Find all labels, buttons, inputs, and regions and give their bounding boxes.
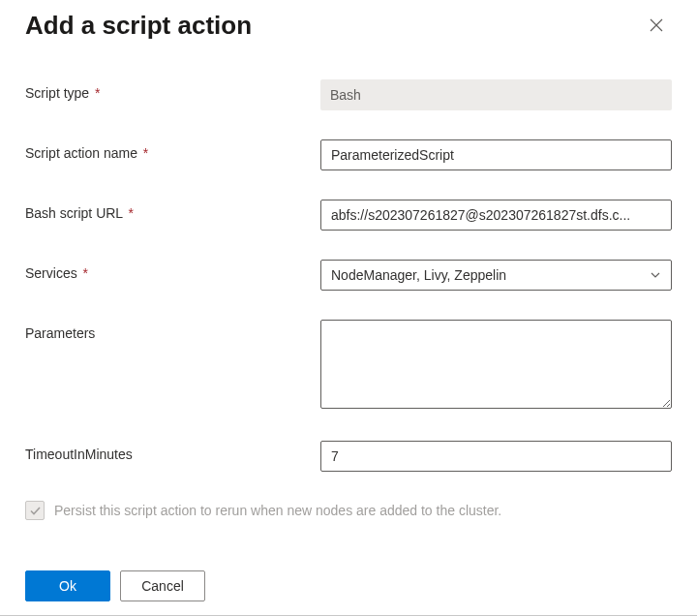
label-timeout: TimeoutInMinutes: [25, 441, 320, 462]
panel-title: Add a script action: [25, 11, 252, 41]
field-script-action-name: Script action name *: [25, 139, 672, 170]
label-script-action-name: Script action name *: [25, 139, 320, 161]
required-marker: *: [129, 205, 134, 221]
footer: Ok Cancel: [25, 570, 672, 615]
required-marker: *: [143, 145, 148, 161]
chevron-down-icon: [650, 269, 661, 281]
label-text: TimeoutInMinutes: [25, 447, 133, 462]
field-services: Services * NodeManager, Livy, Zeppelin: [25, 260, 672, 291]
label-text: Script action name: [25, 145, 137, 161]
timeout-input[interactable]: [320, 441, 672, 472]
label-bash-script-url: Bash script URL *: [25, 200, 320, 221]
label-script-type: Script type *: [25, 79, 320, 101]
field-timeout: TimeoutInMinutes: [25, 441, 672, 472]
script-action-name-input[interactable]: [320, 139, 672, 170]
label-text: Services: [25, 265, 77, 281]
field-bash-script-url: Bash script URL *: [25, 200, 672, 231]
services-dropdown[interactable]: NodeManager, Livy, Zeppelin: [320, 260, 672, 291]
form-area: Script type * Bash Script action name * …: [25, 79, 672, 570]
persist-label: Persist this script action to rerun when…: [54, 503, 501, 518]
persist-checkbox: [25, 501, 45, 520]
close-icon: [650, 18, 663, 32]
close-button[interactable]: [641, 10, 672, 41]
bash-script-url-input[interactable]: [320, 200, 672, 231]
script-type-text: Bash: [330, 87, 361, 103]
label-parameters: Parameters: [25, 320, 320, 341]
ok-button[interactable]: Ok: [25, 570, 110, 601]
add-script-action-panel: Add a script action Script type * Bash S…: [0, 0, 697, 615]
required-marker: *: [95, 85, 100, 101]
parameters-textarea[interactable]: [320, 320, 672, 409]
label-text: Parameters: [25, 325, 95, 341]
panel-header: Add a script action: [25, 10, 672, 41]
field-persist: Persist this script action to rerun when…: [25, 501, 672, 520]
label-services: Services *: [25, 260, 320, 281]
field-parameters: Parameters: [25, 320, 672, 412]
services-selected-text: NodeManager, Livy, Zeppelin: [331, 267, 506, 283]
required-marker: *: [83, 265, 88, 281]
field-script-type: Script type * Bash: [25, 79, 672, 110]
label-text: Bash script URL: [25, 205, 123, 221]
script-type-value: Bash: [320, 79, 672, 110]
label-text: Script type: [25, 85, 89, 101]
check-icon: [29, 505, 42, 517]
cancel-button[interactable]: Cancel: [120, 570, 205, 601]
